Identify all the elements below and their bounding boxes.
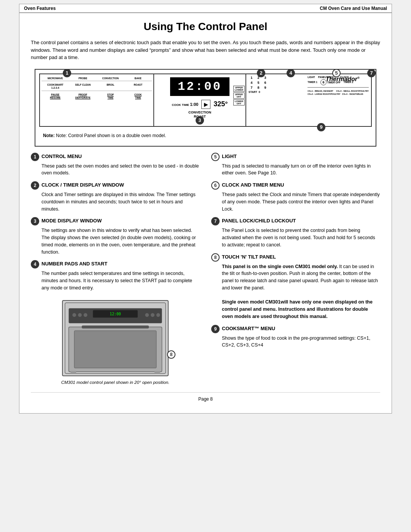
panel-left: MICROWAVE PROBE CONVECTION BAKE COOKSMAR… <box>40 74 154 126</box>
numpad-row3: 789 <box>249 86 268 89</box>
page-number: Page 8 <box>31 392 380 406</box>
svg-point-5 <box>78 313 82 317</box>
section-body-8: This panel is on the single oven CM301 m… <box>211 263 380 320</box>
panel-row-3: PAUSERESUME PROOFDEHYDRATE STOPTIME COOK… <box>41 92 152 101</box>
cook-time-label: COOK TIME 1:00 <box>172 102 199 107</box>
thermador-logo: Thermador® <box>326 76 360 83</box>
right-col: 5 LIGHT This pad is selected to manually… <box>211 153 380 388</box>
section-bubble-5: 5 <box>211 153 220 161</box>
section-body-1: These pads set the oven modes and select… <box>31 163 200 177</box>
panel-center: 2 12:00 COOK TIME 1:00 ▶ 325° CONVECTION… <box>154 74 245 126</box>
clock-display: 12:00 <box>170 77 229 96</box>
bubble-4: 4 <box>287 69 295 77</box>
panel-diagram: 1 MICROWAVE PROBE CONVECTION BAKE COOKSM… <box>35 69 376 147</box>
page-header: Oven Features CM Oven Care and Use Manua… <box>19 4 392 13</box>
section-bubble-3: 3 <box>31 217 39 225</box>
page-content: Using The Control Panel The control pane… <box>19 13 392 413</box>
section-3: 3 MODE DISPLAY WINDOW The settings are s… <box>31 217 200 256</box>
bubble-3: 3 <box>196 116 204 125</box>
svg-rect-12 <box>74 331 156 368</box>
oven-caption: CM301 model control panel shown in 20° o… <box>35 380 196 385</box>
section-title-1: CONTROL MENU <box>41 153 82 159</box>
panel-row-2: COOKSMART1-2-3-4 SELF CLEAN BROIL ROAST <box>41 82 152 91</box>
bubble-5: 5 <box>332 69 341 77</box>
section-title-3: MODE DISPLAY WINDOW <box>41 217 102 224</box>
section-body-6: These pads select the Clock and minute T… <box>211 191 380 212</box>
svg-point-9 <box>156 313 160 317</box>
temp-display: 325° <box>213 100 228 108</box>
svg-point-8 <box>151 313 155 317</box>
section-body-7: The Panel Lock is selected to prevent th… <box>211 227 380 248</box>
panel-right: 4 5 7 123 456 <box>245 74 371 126</box>
section-title-2: CLOCK / TIMER DISPLAY WINDOW <box>41 181 124 188</box>
section-title-7: PANEL LOCK/Child Lockout <box>222 217 296 224</box>
section-5: 5 LIGHT This pad is selected to manually… <box>211 153 380 177</box>
section-title-9: COOKSMART™ MENU <box>222 325 275 331</box>
section-body-5: This pad is selected to manually turn on… <box>211 163 380 177</box>
section-9: 9 COOKSMART™ MENU Shows the type of food… <box>211 325 380 349</box>
section-bubble-8: 8 <box>211 253 220 262</box>
page: Oven Features CM Oven Care and Use Manua… <box>19 4 392 414</box>
panel-note: Note: Note: Control Panel shown is on a … <box>43 133 368 138</box>
svg-text:12:00: 12:00 <box>110 312 121 316</box>
bubble-2: 2 <box>257 69 265 77</box>
bubble-8: 8 <box>167 350 175 359</box>
section-1: 1 CONTROL MENU These pads set the oven m… <box>31 153 200 177</box>
numpad-row2: 456 <box>249 81 268 85</box>
numpad-row4: START0 <box>249 91 268 93</box>
section-8: 8 TOUCH 'n' TILT PANEL This panel is on … <box>211 253 380 320</box>
svg-point-4 <box>72 313 76 317</box>
section-body-9: Shows the type of food to cook in the pr… <box>211 335 380 349</box>
section-body-3: The settings are shown in this window to… <box>31 227 200 256</box>
bubble-7: 7 <box>367 69 376 77</box>
section-body-2: Clock and Timer settings are displayed i… <box>31 191 200 212</box>
svg-rect-13 <box>70 371 76 374</box>
svg-rect-11 <box>82 325 149 328</box>
panel-inner: 1 MICROWAVE PROBE CONVECTION BAKE COOKSM… <box>39 73 372 127</box>
section-bubble-4: 4 <box>31 260 39 268</box>
panel-row-1: MICROWAVE PROBE CONVECTION BAKE <box>41 76 152 81</box>
oven-image-area: 12:00 <box>31 296 200 388</box>
section-6: 6 CLOCK and TIMER MENU These pads select… <box>211 181 380 212</box>
section-title-5: LIGHT <box>222 153 237 159</box>
fan-icon: ▶ <box>201 100 210 109</box>
oven-drawing-wrapper: 12:00 <box>62 300 169 378</box>
left-col: 1 CONTROL MENU These pads set the oven m… <box>31 153 200 388</box>
header-left: Oven Features <box>24 6 56 11</box>
bubble-9: 9 <box>317 123 325 131</box>
section-4: 4 NUMBER PADS and START The number pads … <box>31 260 200 291</box>
section-bubble-2: 2 <box>31 181 39 190</box>
section-bubble-9: 9 <box>211 325 220 333</box>
section-bubble-1: 1 <box>31 153 39 161</box>
section-2: 2 CLOCK / TIMER DISPLAY WINDOW Clock and… <box>31 181 200 212</box>
intro-text: The control panel contains a series of e… <box>31 39 380 61</box>
page-title: Using The Control Panel <box>31 21 380 33</box>
upper-lower-group: UPPERLOWER UPPEROFF LOWEROFF <box>233 86 245 105</box>
section-bubble-6: 6 <box>211 181 220 190</box>
section-bubble-7: 7 <box>211 217 220 225</box>
oven-svg: 12:00 <box>62 300 169 376</box>
header-right: CM Oven Care and Use Manual <box>320 6 387 11</box>
right-content: 123 456 789 START <box>249 76 369 125</box>
section-title-4: NUMBER PADS and START <box>41 260 107 267</box>
section-title-6: CLOCK and TIMER MENU <box>222 181 284 188</box>
section-title-8: TOUCH 'n' TILT PANEL <box>222 253 276 260</box>
svg-point-6 <box>84 313 88 317</box>
svg-rect-14 <box>155 371 160 374</box>
bubble-1: 1 <box>63 69 71 77</box>
svg-point-7 <box>145 313 149 317</box>
section-7: 7 PANEL LOCK/Child Lockout The Panel Loc… <box>211 217 380 248</box>
section-body-4: The number pads select temperatures and … <box>31 270 200 291</box>
sections-grid: 1 CONTROL MENU These pads set the oven m… <box>31 153 380 388</box>
right-left-col: 123 456 789 START <box>249 76 268 93</box>
